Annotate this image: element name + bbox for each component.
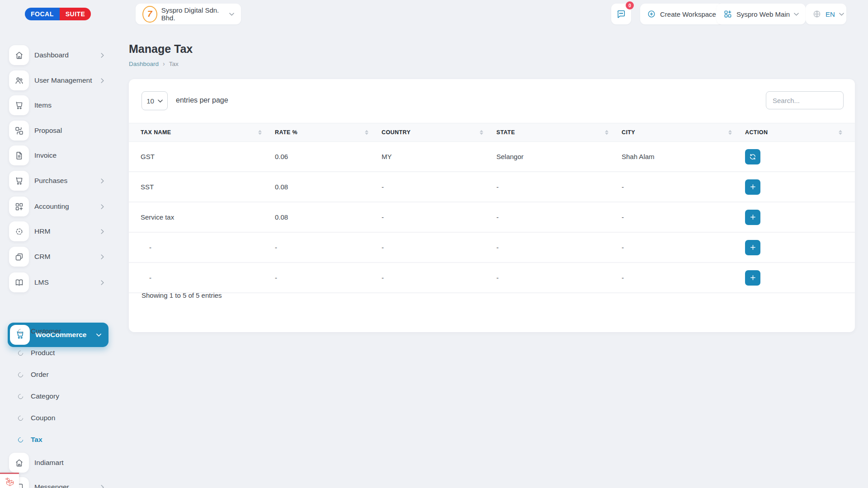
bullet-icon (17, 414, 24, 422)
create-workspace-label: Create Workspace (660, 10, 716, 18)
workspace-selector[interactable]: Syspro Web Main (717, 4, 806, 24)
breadcrumb: Dashboard › Tax (129, 60, 179, 67)
grid-plus-icon (723, 9, 732, 19)
app-window: FOCAL SUITE 7 Syspro Digital Sdn. Bhd. 0… (0, 0, 868, 488)
column-header-country[interactable]: COUNTRY (381, 123, 496, 142)
sidebar-subitem-order[interactable]: Order (18, 370, 49, 379)
sidebar-item-items[interactable]: Items (9, 95, 109, 115)
sidebar-item-label: LMS (34, 278, 49, 286)
sidebar-item-invoice[interactable]: Invoice (9, 145, 109, 165)
sidebar-item-dashboard[interactable]: Dashboard (9, 45, 109, 65)
chevron-right-icon (101, 280, 104, 285)
page-size-select[interactable]: 10 (142, 91, 168, 110)
sidebar-subitem-category[interactable]: Category (18, 392, 59, 401)
add-tax-button[interactable] (745, 179, 760, 195)
sidebar-item-hrm[interactable]: HRM (9, 221, 109, 241)
cell-country: - (381, 263, 496, 293)
sort-icon (258, 130, 262, 135)
table-row: SST 0.08 - - - (129, 172, 855, 202)
sidebar-subitem-coupon[interactable]: Coupon (18, 413, 55, 422)
search-input[interactable] (766, 91, 844, 109)
bullet-icon (17, 328, 24, 335)
sidebar-item-label: Messenger (34, 483, 69, 488)
cell-city: - (621, 202, 745, 232)
chevron-right-icon (101, 53, 104, 58)
cell-tax-name: SST (129, 172, 274, 202)
sidebar-item-indiamart[interactable]: Indiamart (9, 453, 109, 473)
sidebar-subitem-tax[interactable]: Tax (18, 435, 42, 444)
chevron-down-icon (96, 333, 101, 337)
cell-rate: - (274, 263, 381, 293)
cell-action (745, 202, 855, 232)
column-header-city[interactable]: CITY (621, 123, 745, 142)
column-header-rate[interactable]: RATE % (274, 123, 381, 142)
add-tax-button[interactable] (745, 270, 760, 286)
column-header-tax-name[interactable]: TAX NAME (129, 123, 274, 142)
language-selector[interactable]: EN (806, 4, 846, 24)
book-icon (9, 272, 29, 292)
cell-country: - (381, 202, 496, 232)
sync-tax-button[interactable] (745, 149, 760, 164)
cell-city: - (621, 232, 745, 263)
company-name: Syspro Digital Sdn. Bhd. (161, 6, 225, 22)
add-tax-button[interactable] (745, 210, 760, 225)
sidebar-subitem-customer[interactable]: Customer (18, 327, 61, 336)
cell-rate: 0.06 (274, 142, 381, 172)
plus-circle-icon (647, 9, 656, 19)
language-code: EN (826, 10, 835, 18)
page-title: Manage Tax (129, 42, 193, 56)
chevron-down-icon (839, 13, 844, 16)
chat-button[interactable]: 0 (611, 4, 631, 24)
chevron-down-icon (229, 13, 234, 16)
create-workspace-button[interactable]: Create Workspace (640, 4, 723, 24)
sidebar-item-lms[interactable]: LMS (9, 272, 109, 292)
chevron-right-icon (101, 254, 104, 259)
globe-icon (812, 9, 821, 19)
sidebar-item-purchases[interactable]: Purchases (9, 171, 109, 191)
sidebar-subitem-label: Tax (31, 436, 42, 444)
chevron-right-icon (101, 78, 104, 83)
document-icon (9, 145, 29, 165)
sidebar-item-label: Items (34, 101, 52, 109)
breadcrumb-separator: › (163, 60, 165, 67)
column-header-state[interactable]: STATE (496, 123, 621, 142)
sidebar-item-proposal[interactable]: Proposal (9, 121, 109, 141)
sidebar-item-label: HRM (34, 227, 50, 235)
cell-city: Shah Alam (621, 142, 745, 172)
sidebar-item-accounting[interactable]: Accounting (9, 197, 109, 216)
sidebar-item-messenger[interactable]: Messenger (9, 477, 109, 488)
cell-rate: 0.08 (274, 172, 381, 202)
table-header-row: TAX NAME RATE % COUNTRY STATE CITY ACTIO… (129, 123, 855, 142)
cell-action (745, 263, 855, 293)
cell-tax-name: - (129, 232, 274, 263)
column-header-action[interactable]: ACTION (745, 123, 855, 142)
brand-logo-right: SUITE (60, 8, 91, 20)
company-selector[interactable]: 7 Syspro Digital Sdn. Bhd. (136, 4, 241, 24)
laravel-debugbar-icon[interactable] (0, 473, 19, 488)
chevron-right-icon (101, 178, 104, 183)
add-tax-button[interactable] (745, 240, 760, 255)
cell-action (745, 142, 855, 172)
breadcrumb-dashboard-link[interactable]: Dashboard (129, 61, 159, 67)
sidebar-item-crm[interactable]: CRM (9, 247, 109, 267)
home-icon (9, 453, 29, 473)
tax-table: TAX NAME RATE % COUNTRY STATE CITY ACTIO… (129, 123, 855, 293)
bullet-icon (17, 436, 24, 443)
sidebar-item-label: Dashboard (34, 51, 69, 59)
sort-icon (728, 130, 732, 135)
brand-logo-left: FOCAL (25, 8, 60, 20)
brand-logo[interactable]: FOCAL SUITE (25, 8, 91, 20)
chevron-right-icon (101, 229, 104, 234)
chevron-down-icon (794, 13, 799, 16)
sidebar-subitem-product[interactable]: Product (18, 348, 55, 357)
cell-state: Selangor (496, 142, 621, 172)
table-row: - - - - - (129, 263, 855, 293)
cell-rate: - (274, 232, 381, 263)
cell-action (745, 172, 855, 202)
cell-tax-name: - (129, 263, 274, 293)
chevron-down-icon (158, 99, 163, 103)
table-row: GST 0.06 MY Selangor Shah Alam (129, 142, 855, 172)
sidebar-item-user-management[interactable]: User Management (9, 70, 109, 90)
cell-city: - (621, 263, 745, 293)
sidebar-item-label: Accounting (34, 202, 69, 211)
